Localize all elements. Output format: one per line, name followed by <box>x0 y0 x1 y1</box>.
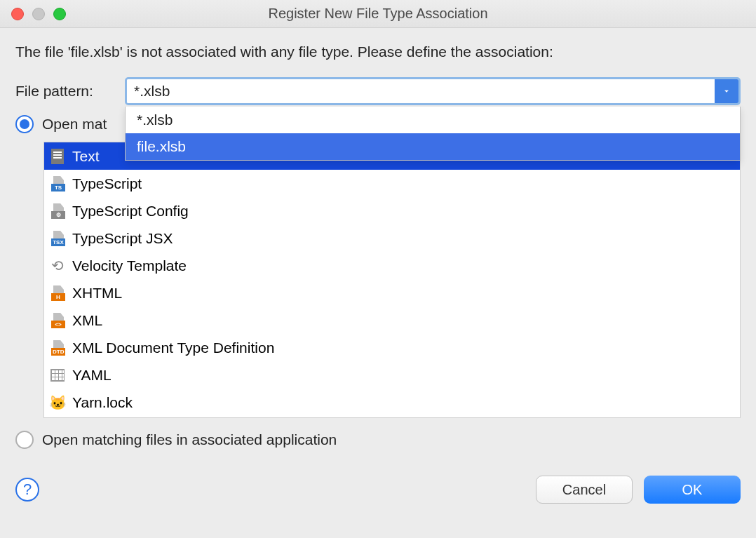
filetype-item-velocity[interactable]: ⟲ Velocity Template <box>44 252 740 279</box>
close-window-button[interactable] <box>11 8 24 20</box>
ts-config-icon: ⚙ <box>50 203 65 219</box>
filetype-label: Yarn.lock <box>72 394 133 411</box>
file-pattern-input[interactable] <box>127 79 715 103</box>
maximize-window-button[interactable] <box>53 8 66 20</box>
ts-icon: TS <box>50 176 65 191</box>
minimize-window-button[interactable] <box>32 8 45 20</box>
velocity-icon: ⟲ <box>50 258 65 274</box>
association-message: The file 'file.xlsb' is not associated w… <box>15 43 741 60</box>
xml-icon: <> <box>50 313 65 328</box>
open-in-ide-radio[interactable] <box>15 115 34 133</box>
cancel-button[interactable]: Cancel <box>536 476 633 504</box>
window-title: Register New File Type Association <box>0 6 756 22</box>
filetype-label: YAML <box>72 367 112 384</box>
xhtml-icon: H <box>50 285 65 301</box>
filetype-label: TypeScript Config <box>72 203 189 220</box>
filetype-item-xhtml[interactable]: H XHTML <box>44 279 740 307</box>
dtd-icon: DTD <box>50 340 65 356</box>
file-pattern-combobox[interactable] <box>125 77 741 105</box>
filetype-label: Velocity Template <box>72 257 187 274</box>
filetype-item-dtd[interactable]: DTD XML Document Type Definition <box>44 334 740 361</box>
filetype-item-typescript[interactable]: TS TypeScript <box>44 170 740 197</box>
filetype-label: XHTML <box>72 285 122 302</box>
filetype-item-xml[interactable]: <> XML <box>44 307 740 334</box>
file-pattern-label: File pattern: <box>15 83 111 100</box>
filetype-item-yaml[interactable]: YAML <box>44 361 740 389</box>
ok-button[interactable]: OK <box>644 476 741 504</box>
dropdown-item[interactable]: file.xlsb <box>126 133 740 160</box>
open-in-ide-label: Open mat <box>42 116 107 133</box>
open-in-app-radio-row: Open matching files in associated applic… <box>15 431 741 449</box>
filetype-item-yarnlock[interactable]: 🐱 Yarn.lock <box>44 389 740 416</box>
filetype-label: TypeScript JSX <box>72 230 173 247</box>
chevron-down-icon <box>722 86 731 96</box>
file-pattern-dropdown-button[interactable] <box>715 79 738 103</box>
filetype-label: TypeScript <box>72 175 142 192</box>
open-in-app-radio[interactable] <box>15 431 34 449</box>
filetype-label: XML <box>72 312 102 329</box>
dialog-content: The file 'file.xlsb' is not associated w… <box>0 28 756 476</box>
yaml-icon <box>50 368 65 383</box>
file-pattern-row: File pattern: *.xlsb file.xlsb <box>15 77 741 105</box>
filetype-list[interactable]: Text TS TypeScript ⚙ TypeScript Config T… <box>43 142 741 418</box>
open-in-app-label: Open matching files in associated applic… <box>42 431 337 448</box>
yarn-icon: 🐱 <box>50 395 65 410</box>
traffic-lights <box>11 8 66 20</box>
file-pattern-combo: *.xlsb file.xlsb <box>125 77 741 105</box>
filetype-item-typescript-config[interactable]: ⚙ TypeScript Config <box>44 197 740 224</box>
filetype-item-typescript-jsx[interactable]: TSX TypeScript JSX <box>44 224 740 252</box>
filetype-label: Text <box>72 148 100 165</box>
file-pattern-dropdown: *.xlsb file.xlsb <box>125 107 741 161</box>
help-button[interactable]: ? <box>15 478 39 502</box>
dialog-footer: ? Cancel OK <box>0 476 756 516</box>
text-icon <box>50 149 65 164</box>
titlebar: Register New File Type Association <box>0 0 756 28</box>
tsx-icon: TSX <box>50 231 65 246</box>
dropdown-item[interactable]: *.xlsb <box>126 107 740 133</box>
filetype-label: XML Document Type Definition <box>72 339 274 356</box>
